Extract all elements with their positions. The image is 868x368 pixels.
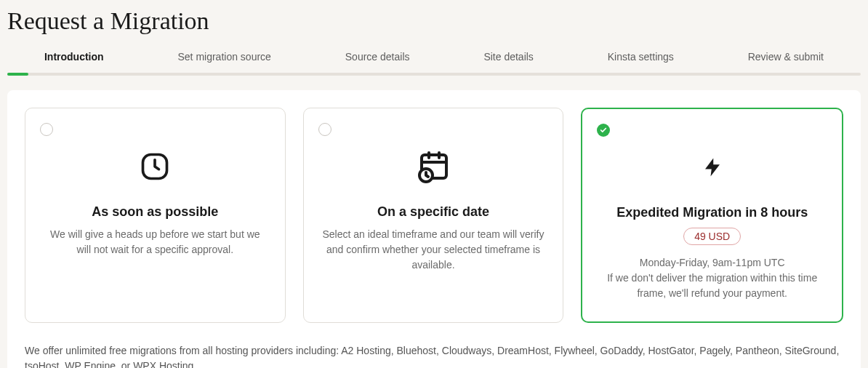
lightning-icon xyxy=(702,150,723,185)
price-badge: 49 USD xyxy=(683,228,741,245)
tab-set-migration-source[interactable]: Set migration source xyxy=(177,51,270,63)
option-asap[interactable]: As soon as possible We will give a heads… xyxy=(25,108,286,323)
tab-site-details[interactable]: Site details xyxy=(483,51,533,63)
tab-introduction[interactable]: Introduction xyxy=(44,51,104,63)
tab-review-submit[interactable]: Review & submit xyxy=(748,51,824,63)
option-expedited-guarantee: If we don't deliver the migration within… xyxy=(595,271,829,301)
option-specific-date[interactable]: On a specific date Select an ideal timef… xyxy=(303,108,564,323)
option-asap-title: As soon as possible xyxy=(92,204,218,220)
option-expedited-hours: Monday-Friday, 9am-11pm UTC xyxy=(638,255,787,271)
radio-asap[interactable] xyxy=(40,123,53,136)
page-title: Request a Migration xyxy=(7,7,861,35)
option-cards: As soon as possible We will give a heads… xyxy=(25,108,843,323)
option-specific-date-title: On a specific date xyxy=(377,204,489,220)
radio-specific-date[interactable] xyxy=(318,123,331,136)
options-panel: As soon as possible We will give a heads… xyxy=(7,90,861,368)
clock-icon xyxy=(139,149,171,184)
option-expedited[interactable]: Expedited Migration in 8 hours 49 USD Mo… xyxy=(581,108,843,323)
option-expedited-title: Expedited Migration in 8 hours xyxy=(616,205,808,220)
progress-track xyxy=(7,73,861,76)
option-specific-date-desc: Select an ideal timeframe and our team w… xyxy=(317,227,550,273)
step-tabs: Introduction Set migration source Source… xyxy=(7,51,861,73)
option-asap-desc: We will give a heads up before we start … xyxy=(39,227,272,257)
tab-kinsta-settings[interactable]: Kinsta settings xyxy=(608,51,674,63)
progress-fill xyxy=(7,73,28,76)
tab-source-details[interactable]: Source details xyxy=(345,51,410,63)
radio-expedited[interactable] xyxy=(597,124,610,137)
calendar-clock-icon xyxy=(416,149,451,184)
footer-note: We offer unlimited free migrations from … xyxy=(25,343,843,368)
